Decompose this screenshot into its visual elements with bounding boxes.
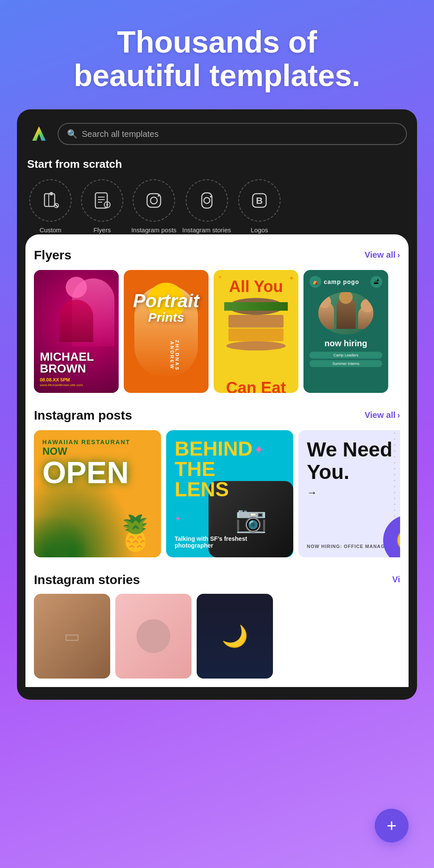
logos-label: Logos bbox=[251, 226, 268, 234]
app-card: 🔍 Search all templates Start from scratc… bbox=[17, 109, 417, 700]
hero-title: Thousands of beautiful templates. bbox=[17, 25, 417, 92]
flyers-label: Flyers bbox=[94, 226, 111, 234]
pineapple-icon: 🍍 bbox=[114, 513, 157, 553]
template-icon-instagram-posts[interactable]: Instagram posts bbox=[131, 179, 177, 234]
instagram-stories-icon bbox=[186, 179, 228, 222]
flyer-camp-pogo[interactable]: ⛺ camp pogo 🏕 bbox=[303, 270, 388, 393]
custom-label: Custom bbox=[39, 226, 61, 234]
svg-text:B: B bbox=[256, 195, 263, 206]
camp-tag-1: Camp Leaders bbox=[309, 352, 382, 359]
flyers-view-all[interactable]: View all › bbox=[364, 250, 400, 260]
logos-icon: B bbox=[238, 179, 281, 222]
we-need-title: We Need You. bbox=[307, 439, 400, 484]
insta-behind-lens-card[interactable]: ✦ ✦ BEHINDTHELENS 📷 Talking with SF's fr… bbox=[166, 430, 293, 557]
instagram-posts-section-header: Instagram posts View all › bbox=[34, 408, 400, 423]
allyoucan-bottom: Can Eat bbox=[226, 380, 286, 393]
app-logo bbox=[27, 122, 51, 146]
we-need-arrow: → bbox=[307, 487, 400, 498]
template-icon-instagram-stories[interactable]: Instagram stories bbox=[182, 179, 231, 234]
search-icon: 🔍 bbox=[67, 129, 78, 139]
flyer-portrait-prints[interactable]: ANDREW ZHLDNAS Portrait Prints bbox=[124, 270, 209, 393]
camp-kids-photo bbox=[318, 292, 373, 334]
behind-lens-subtitle: Talking with SF's freshest photographer bbox=[175, 535, 285, 549]
start-from-scratch-heading: Start from scratch bbox=[27, 158, 407, 171]
search-bar[interactable]: 🔍 Search all templates bbox=[58, 123, 407, 145]
story-card-3[interactable]: 🌙 bbox=[197, 594, 273, 679]
michael-brown-url: www.MichaelBrown.site.com bbox=[40, 383, 113, 387]
smiley-circle: 🙂 bbox=[383, 515, 400, 557]
camp-tag-2: Summer Interns bbox=[309, 360, 382, 367]
instagram-stories-row: ▭ 🌙 bbox=[34, 594, 400, 687]
template-icon-flyers[interactable]: Flyers bbox=[79, 179, 125, 234]
instagram-stories-view-all[interactable]: Vi bbox=[392, 575, 400, 584]
flyers-heading: Flyers bbox=[34, 248, 71, 262]
behind-lens-title: BEHINDTHELENS bbox=[175, 439, 285, 500]
fab-create-button[interactable]: + bbox=[375, 809, 409, 843]
template-icon-custom[interactable]: Custom bbox=[27, 179, 74, 234]
insta-hawaiian-text: HAWAIIAN RESTAURANT NOW OPEN bbox=[42, 439, 153, 488]
search-row: 🔍 Search all templates bbox=[27, 122, 407, 146]
flyers-row: MICHAELBROWN 08.08.XX 5PM www.MichaelBro… bbox=[34, 270, 400, 393]
story-card-1[interactable]: ▭ bbox=[34, 594, 110, 679]
svg-rect-9 bbox=[95, 193, 107, 208]
svg-point-18 bbox=[158, 195, 159, 197]
svg-rect-1 bbox=[45, 194, 55, 206]
instagram-stories-label: Instagram stories bbox=[182, 226, 231, 234]
instagram-stories-heading: Instagram stories bbox=[34, 573, 140, 587]
instagram-posts-view-all[interactable]: View all › bbox=[364, 410, 400, 420]
allyoucan-top: All You bbox=[229, 278, 283, 295]
insta-we-need-you-card[interactable]: We Need You. → NOW HIRING: OFFICE MANAGE… bbox=[298, 430, 400, 557]
instagram-posts-label: Instagram posts bbox=[131, 226, 177, 234]
custom-icon bbox=[29, 179, 72, 222]
instagram-posts-row: HAWAIIAN RESTAURANT NOW OPEN 🍍 ✦ ✦ BEHIN… bbox=[34, 430, 400, 557]
template-icons-row: Custom Flyers bbox=[27, 179, 407, 234]
svg-point-20 bbox=[204, 198, 210, 203]
flyer-michael-brown[interactable]: MICHAELBROWN 08.08.XX 5PM www.MichaelBro… bbox=[34, 270, 119, 393]
content-area: Flyers View all › MICHAELBROWN 08.08.XX … bbox=[25, 234, 409, 687]
template-icon-logos[interactable]: B Logos bbox=[236, 179, 283, 234]
michael-brown-name: MICHAELBROWN bbox=[40, 351, 113, 375]
flyer-michael-text: MICHAELBROWN 08.08.XX 5PM www.MichaelBro… bbox=[40, 351, 113, 387]
flyers-icon bbox=[81, 179, 123, 222]
svg-rect-19 bbox=[202, 193, 212, 208]
svg-point-21 bbox=[210, 196, 211, 198]
instagram-stories-section-header: Instagram stories Vi bbox=[34, 573, 400, 587]
flyers-section-header: Flyers View all › bbox=[34, 248, 400, 262]
camp-icon-2: 🏕 bbox=[370, 276, 382, 288]
michael-brown-date: 08.08.XX 5PM bbox=[40, 377, 113, 382]
svg-point-17 bbox=[150, 197, 157, 204]
hawaiian-restaurant-label: HAWAIIAN RESTAURANT bbox=[42, 439, 153, 445]
story-card-2[interactable] bbox=[115, 594, 192, 679]
instagram-posts-icon bbox=[133, 179, 175, 222]
insta-hawaiian-card[interactable]: HAWAIIAN RESTAURANT NOW OPEN 🍍 bbox=[34, 430, 161, 557]
hero-section: Thousands of beautiful templates. bbox=[0, 0, 434, 109]
camp-hiring-text: now hiring bbox=[309, 339, 382, 348]
flyer-all-you-can-eat[interactable]: ✦ ✦ All You bbox=[214, 270, 298, 393]
hawaiian-open: OPEN bbox=[42, 457, 153, 488]
instagram-posts-heading: Instagram posts bbox=[34, 408, 132, 423]
star-decoration-2: ✦ bbox=[175, 514, 181, 523]
camp-name: camp pogo bbox=[324, 278, 359, 285]
search-placeholder-text: Search all templates bbox=[82, 129, 159, 139]
camp-logo: ⛺ bbox=[309, 276, 321, 288]
camp-header: ⛺ camp pogo 🏕 bbox=[309, 276, 382, 288]
we-need-hiring: NOW HIRING: OFFICE MANAGER bbox=[307, 544, 392, 549]
